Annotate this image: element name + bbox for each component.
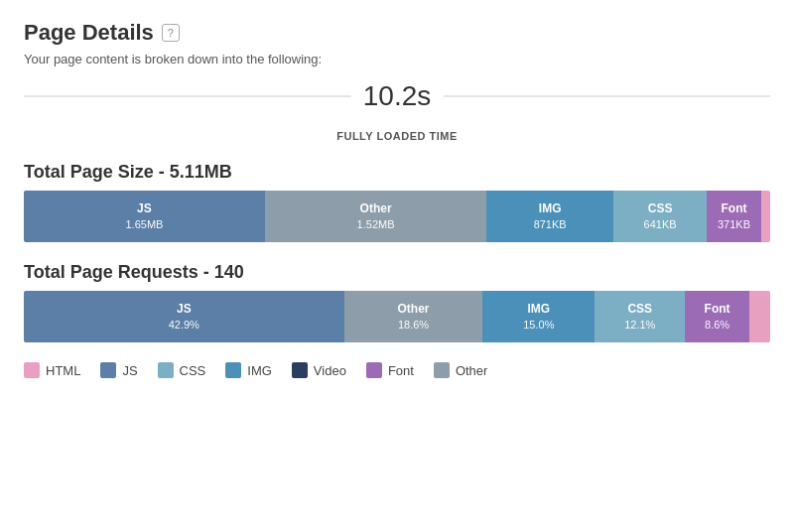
- requests-segment-other: Other18.6%: [344, 291, 483, 342]
- legend-label-css: CSS: [180, 363, 206, 378]
- legend-swatch-other: [434, 362, 450, 378]
- requests-section-header: Total Page Requests - 140: [24, 262, 770, 283]
- requests-segment-css: CSS12.1%: [595, 291, 685, 342]
- timeline-value: 10.2s: [363, 82, 432, 110]
- size-segment-html: [761, 191, 770, 242]
- legend-label-other: Other: [456, 363, 488, 378]
- legend-item-img: IMG: [225, 362, 272, 378]
- legend-swatch-html: [24, 362, 40, 378]
- legend-label-html: HTML: [46, 363, 80, 378]
- subtitle: Your page content is broken down into th…: [24, 52, 770, 66]
- legend-item-video: Video: [292, 362, 346, 378]
- legend-item-font: Font: [366, 362, 414, 378]
- legend-swatch-css: [158, 362, 174, 378]
- timeline-container: 10.2s: [24, 82, 770, 110]
- legend-label-font: Font: [388, 363, 414, 378]
- legend-swatch-video: [292, 362, 308, 378]
- legend-label-img: IMG: [247, 363, 272, 378]
- requests-segment-js: JS42.9%: [24, 291, 344, 342]
- legend-item-other: Other: [434, 362, 488, 378]
- requests-bar: JS42.9%Other18.6%IMG15.0%CSS12.1%Font8.6…: [24, 291, 770, 342]
- size-segment-css: CSS641KB: [613, 191, 707, 242]
- legend-item-html: HTML: [24, 362, 80, 378]
- legend-label-js: JS: [122, 363, 137, 378]
- requests-segment-font: Font8.6%: [685, 291, 749, 342]
- timeline-description: Fully Loaded Time: [24, 130, 770, 142]
- requests-segment-img: IMG15.0%: [482, 291, 595, 342]
- size-bar: JS1.65MBOther1.52MBIMG871KBCSS641KBFont3…: [24, 191, 770, 242]
- size-segment-js: JS1.65MB: [24, 191, 265, 242]
- legend-swatch-img: [225, 362, 241, 378]
- requests-segment-html: [749, 291, 770, 342]
- legend-swatch-font: [366, 362, 382, 378]
- size-section-header: Total Page Size - 5.11MB: [24, 162, 770, 183]
- legend-label-video: Video: [314, 363, 346, 378]
- size-segment-font: Font371KB: [707, 191, 761, 242]
- help-badge[interactable]: ?: [162, 24, 180, 42]
- legend-item-js: JS: [100, 362, 137, 378]
- timeline-label: 10.2s: [351, 82, 444, 110]
- legend: HTML JS CSS IMG Video Font Other: [24, 362, 770, 378]
- page-title: Page Details: [24, 20, 154, 46]
- size-segment-other: Other1.52MB: [265, 191, 486, 242]
- legend-swatch-js: [100, 362, 116, 378]
- legend-item-css: CSS: [158, 362, 206, 378]
- size-segment-img: IMG871KB: [486, 191, 613, 242]
